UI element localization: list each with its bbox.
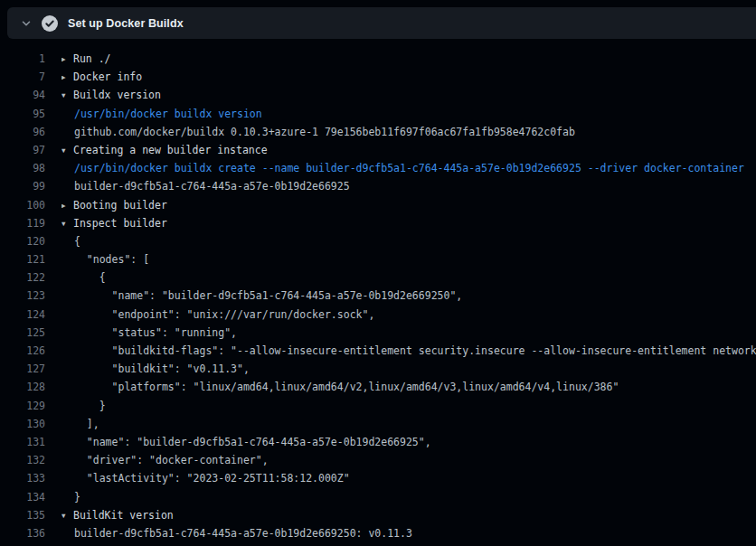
line-number[interactable]: 128 — [0, 378, 45, 396]
line-content[interactable]: ▼Inspect builder — [61, 214, 167, 232]
triangle-collapsed-icon[interactable]: ▶ — [61, 197, 73, 214]
log-line: 7 ▶Docker info — [0, 68, 756, 86]
log-line: 136 builder-d9cfb5a1-c764-445a-a57e-0b19… — [0, 524, 756, 542]
line-content: "buildkit": "v0.11.3", — [61, 360, 250, 378]
line-number[interactable]: 125 — [0, 324, 45, 342]
line-number[interactable]: 123 — [0, 287, 45, 305]
log-line: 122 { — [0, 268, 756, 287]
log-line: 98 /usr/bin/docker buildx create --name … — [0, 159, 756, 177]
group-title: Buildx version — [73, 89, 161, 101]
line-content: github.com/docker/buildx 0.10.3+azure-1 … — [61, 123, 575, 141]
line-number[interactable]: 94 — [0, 86, 45, 104]
line-content: "name": "builder-d9cfb5a1-c764-445a-a57e… — [61, 433, 431, 451]
log-line: 100 ▶Booting builder — [0, 196, 756, 214]
line-content: "nodes": [ — [61, 250, 149, 268]
log-line: 120 { — [0, 232, 756, 250]
log-line: 119 ▼Inspect builder — [0, 214, 756, 232]
log-line: 132 "driver": "docker-container", — [0, 451, 756, 469]
line-content: "endpoint": "unix:///var/run/docker.sock… — [61, 306, 374, 324]
line-number[interactable]: 99 — [0, 177, 45, 195]
line-content[interactable]: ▶Run ./ — [61, 50, 111, 68]
log-line: 131 "name": "builder-d9cfb5a1-c764-445a-… — [0, 433, 756, 451]
log-line: 128 "platforms": "linux/amd64,linux/amd6… — [0, 378, 756, 396]
log-line: 133 "lastActivity": "2023-02-25T11:58:12… — [0, 469, 756, 487]
chevron-down-icon[interactable] — [16, 14, 36, 33]
line-number[interactable]: 129 — [0, 397, 45, 415]
line-content: "driver": "docker-container", — [61, 451, 269, 469]
log-line: 135 ▼BuildKit version — [0, 506, 756, 524]
line-content: { — [61, 232, 80, 250]
log-line: 96 github.com/docker/buildx 0.10.3+azure… — [0, 123, 756, 141]
line-content[interactable]: ▼BuildKit version — [61, 506, 174, 524]
group-title: Inspect builder — [73, 217, 167, 230]
log-line: 97 ▼Creating a new builder instance — [0, 141, 756, 159]
line-content: /usr/bin/docker buildx version — [61, 105, 262, 123]
line-content: } — [61, 397, 106, 415]
log-line: 94 ▼Buildx version — [0, 86, 756, 104]
group-title: Booting builder — [73, 199, 167, 212]
log-line: 126 "buildkitd-flags": "--allow-insecure… — [0, 342, 756, 360]
log-viewer: 1 ▶Run ./ 7 ▶Docker info 94 ▼Buildx vers… — [0, 50, 756, 542]
log-line: 121 "nodes": [ — [0, 250, 756, 268]
step-title: Set up Docker Buildx — [68, 17, 184, 30]
step-header[interactable]: Set up Docker Buildx — [7, 7, 756, 39]
line-content: "platforms": "linux/amd64,linux/amd64/v2… — [61, 378, 619, 396]
triangle-expanded-icon[interactable]: ▼ — [61, 507, 73, 524]
triangle-expanded-icon[interactable]: ▼ — [61, 215, 73, 232]
line-number[interactable]: 119 — [0, 214, 45, 232]
group-title: Creating a new builder instance — [73, 144, 268, 156]
line-content[interactable]: ▼Creating a new builder instance — [61, 141, 268, 159]
line-number[interactable]: 96 — [0, 123, 45, 141]
triangle-collapsed-icon[interactable]: ▶ — [61, 69, 73, 86]
group-title: Run ./ — [73, 52, 111, 65]
line-number[interactable]: 100 — [0, 196, 45, 214]
line-number[interactable]: 136 — [0, 524, 45, 542]
line-number[interactable]: 98 — [0, 159, 45, 177]
line-number[interactable]: 122 — [0, 268, 45, 287]
log-line: 99 builder-d9cfb5a1-c764-445a-a57e-0b19d… — [0, 177, 756, 195]
line-content: "lastActivity": "2023-02-25T11:58:12.000… — [61, 469, 350, 487]
line-content: "buildkitd-flags": "--allow-insecure-ent… — [61, 342, 756, 360]
line-number[interactable]: 133 — [0, 469, 45, 487]
line-number[interactable]: 132 — [0, 451, 45, 469]
triangle-collapsed-icon[interactable]: ▶ — [61, 51, 73, 68]
line-number[interactable]: 127 — [0, 360, 45, 378]
log-line: 124 "endpoint": "unix:///var/run/docker.… — [0, 306, 756, 324]
line-content: /usr/bin/docker buildx create --name bui… — [61, 159, 744, 177]
line-content: { — [61, 268, 106, 287]
line-number[interactable]: 95 — [0, 105, 45, 123]
line-content: ], — [61, 415, 99, 433]
line-content: builder-d9cfb5a1-c764-445a-a57e-0b19d2e6… — [61, 524, 412, 542]
group-title: Docker info — [73, 71, 142, 83]
log-line: 127 "buildkit": "v0.11.3", — [0, 360, 756, 378]
log-line: 129 } — [0, 397, 756, 415]
log-line: 130 ], — [0, 415, 756, 433]
log-line: 95 /usr/bin/docker buildx version — [0, 105, 756, 123]
line-number[interactable]: 120 — [0, 232, 45, 250]
line-number[interactable]: 126 — [0, 342, 45, 360]
line-number[interactable]: 131 — [0, 433, 45, 451]
line-content[interactable]: ▶Docker info — [61, 68, 142, 86]
triangle-expanded-icon[interactable]: ▼ — [61, 142, 73, 159]
check-circle-icon — [42, 15, 58, 32]
log-line: 134 } — [0, 488, 756, 506]
line-number[interactable]: 7 — [0, 68, 45, 86]
line-number[interactable]: 97 — [0, 141, 45, 159]
log-line: 123 "name": "builder-d9cfb5a1-c764-445a-… — [0, 287, 756, 305]
line-content: "name": "builder-d9cfb5a1-c764-445a-a57e… — [61, 287, 462, 305]
line-content: builder-d9cfb5a1-c764-445a-a57e-0b19d2e6… — [61, 177, 350, 195]
line-content: } — [61, 488, 80, 506]
line-number[interactable]: 1 — [0, 50, 45, 68]
line-number[interactable]: 135 — [0, 506, 45, 524]
line-number[interactable]: 130 — [0, 415, 45, 433]
line-number[interactable]: 124 — [0, 306, 45, 324]
triangle-expanded-icon[interactable]: ▼ — [61, 87, 73, 104]
line-content[interactable]: ▶Booting builder — [61, 196, 167, 214]
line-content: "status": "running", — [61, 324, 237, 342]
log-line: 1 ▶Run ./ — [0, 50, 756, 68]
group-title: BuildKit version — [73, 509, 174, 522]
line-number[interactable]: 121 — [0, 250, 45, 268]
line-number[interactable]: 134 — [0, 488, 45, 506]
line-content[interactable]: ▼Buildx version — [61, 86, 161, 104]
log-line: 125 "status": "running", — [0, 324, 756, 342]
